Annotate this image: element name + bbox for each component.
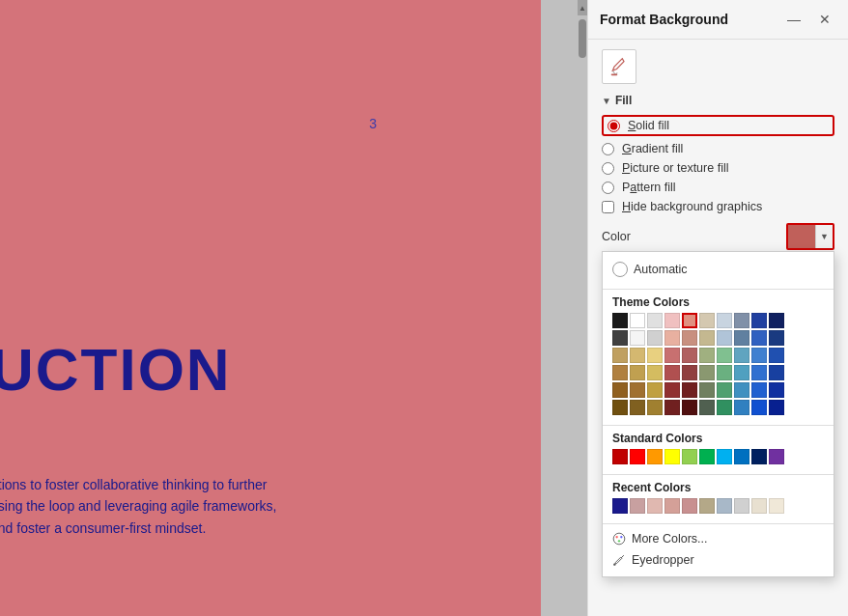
theme-color-cell[interactable] bbox=[630, 365, 645, 380]
standard-color-cell[interactable] bbox=[717, 449, 732, 464]
theme-color-cell[interactable] bbox=[751, 365, 767, 380]
theme-color-cell[interactable] bbox=[734, 365, 749, 380]
theme-color-cell[interactable] bbox=[699, 400, 715, 415]
standard-color-cell[interactable] bbox=[612, 449, 628, 464]
theme-color-cell[interactable] bbox=[717, 348, 732, 363]
theme-color-cell[interactable] bbox=[664, 365, 680, 380]
recent-color-cell[interactable] bbox=[751, 498, 767, 514]
theme-color-cell[interactable] bbox=[717, 400, 732, 415]
theme-color-cell[interactable] bbox=[647, 400, 663, 415]
color-dropdown-arrow-icon[interactable]: ▼ bbox=[815, 225, 833, 248]
theme-color-cell[interactable] bbox=[769, 330, 784, 346]
theme-color-cell[interactable] bbox=[769, 348, 784, 363]
theme-color-cell[interactable] bbox=[682, 382, 697, 398]
theme-color-cell[interactable] bbox=[612, 382, 628, 398]
theme-color-cell[interactable] bbox=[734, 382, 749, 398]
recent-color-cell[interactable] bbox=[734, 498, 749, 514]
recent-color-cell[interactable] bbox=[647, 498, 663, 514]
recent-color-cell[interactable] bbox=[769, 498, 784, 514]
solid-fill-option[interactable]: Solid fill bbox=[602, 115, 834, 136]
theme-color-cell[interactable] bbox=[630, 330, 645, 346]
theme-color-cell[interactable] bbox=[734, 330, 749, 346]
theme-color-cell[interactable] bbox=[682, 330, 697, 346]
theme-color-cell[interactable] bbox=[630, 348, 645, 363]
standard-color-cell[interactable] bbox=[751, 449, 767, 464]
theme-color-cell[interactable] bbox=[682, 365, 697, 380]
more-colors-row[interactable]: More Colors... bbox=[603, 528, 834, 549]
minimize-button[interactable]: — bbox=[782, 8, 806, 31]
standard-color-cell[interactable] bbox=[699, 449, 715, 464]
theme-color-cell[interactable] bbox=[647, 313, 663, 328]
theme-color-cell[interactable] bbox=[647, 330, 663, 346]
theme-color-cell[interactable] bbox=[717, 330, 732, 346]
recent-color-cell[interactable] bbox=[699, 498, 715, 514]
theme-color-cell[interactable] bbox=[734, 348, 749, 363]
scrollbar[interactable]: ▲ bbox=[578, 0, 587, 616]
theme-color-cell[interactable] bbox=[769, 313, 784, 328]
theme-color-cell[interactable] bbox=[699, 382, 715, 398]
theme-color-cell[interactable] bbox=[612, 365, 628, 380]
theme-color-cell[interactable] bbox=[647, 382, 663, 398]
theme-color-cell[interactable] bbox=[751, 330, 767, 346]
standard-color-cell[interactable] bbox=[682, 449, 697, 464]
theme-color-cell[interactable] bbox=[699, 365, 715, 380]
standard-color-cell[interactable] bbox=[769, 449, 784, 464]
theme-color-cell[interactable] bbox=[664, 400, 680, 415]
standard-color-cell[interactable] bbox=[647, 449, 663, 464]
theme-color-cell[interactable] bbox=[682, 313, 697, 328]
scroll-thumb[interactable] bbox=[579, 19, 586, 58]
theme-color-cell[interactable] bbox=[751, 348, 767, 363]
gradient-fill-option[interactable]: Gradient fill bbox=[602, 142, 834, 155]
theme-color-cell[interactable] bbox=[734, 400, 749, 415]
recent-color-cell[interactable] bbox=[682, 498, 697, 514]
recent-color-cell[interactable] bbox=[664, 498, 680, 514]
standard-color-cell[interactable] bbox=[630, 449, 645, 464]
theme-color-cell[interactable] bbox=[717, 313, 732, 328]
recent-color-cell[interactable] bbox=[630, 498, 645, 514]
theme-color-cell[interactable] bbox=[664, 313, 680, 328]
theme-color-cell[interactable] bbox=[664, 330, 680, 346]
theme-color-cell[interactable] bbox=[647, 365, 663, 380]
automatic-row[interactable]: Automatic bbox=[603, 258, 834, 285]
theme-color-cell[interactable] bbox=[630, 382, 645, 398]
theme-color-cell[interactable] bbox=[630, 400, 645, 415]
picture-fill-radio[interactable] bbox=[602, 162, 614, 175]
standard-color-cell[interactable] bbox=[734, 449, 749, 464]
theme-color-cell[interactable] bbox=[769, 400, 784, 415]
theme-color-cell[interactable] bbox=[717, 365, 732, 380]
theme-color-cell[interactable] bbox=[664, 382, 680, 398]
theme-color-cell[interactable] bbox=[699, 313, 715, 328]
pattern-fill-radio[interactable] bbox=[602, 182, 614, 194]
theme-color-cell[interactable] bbox=[664, 348, 680, 363]
theme-color-cell[interactable] bbox=[612, 330, 628, 346]
picture-fill-option[interactable]: Picture or texture fill bbox=[602, 161, 834, 175]
theme-color-cell[interactable] bbox=[751, 382, 767, 398]
fill-icon-button[interactable] bbox=[602, 49, 636, 84]
theme-color-cell[interactable] bbox=[734, 313, 749, 328]
theme-color-cell[interactable] bbox=[699, 330, 715, 346]
recent-color-cell[interactable] bbox=[612, 498, 628, 514]
eyedropper-row[interactable]: Eyedropper bbox=[603, 549, 834, 571]
recent-color-cell[interactable] bbox=[717, 498, 732, 514]
theme-color-cell[interactable] bbox=[751, 313, 767, 328]
theme-color-cell[interactable] bbox=[630, 313, 645, 328]
hide-bg-checkbox[interactable] bbox=[602, 201, 614, 213]
hide-bg-option[interactable]: Hide background graphics bbox=[602, 200, 834, 213]
theme-color-cell[interactable] bbox=[612, 400, 628, 415]
theme-color-cell[interactable] bbox=[751, 400, 767, 415]
theme-color-cell[interactable] bbox=[769, 365, 784, 380]
solid-fill-radio[interactable] bbox=[608, 120, 620, 132]
pattern-fill-option[interactable]: Pattern fill bbox=[602, 181, 834, 194]
theme-color-cell[interactable] bbox=[682, 400, 697, 415]
theme-color-cell[interactable] bbox=[647, 348, 663, 363]
theme-color-cell[interactable] bbox=[682, 348, 697, 363]
theme-color-cell[interactable] bbox=[612, 313, 628, 328]
theme-color-cell[interactable] bbox=[717, 382, 732, 398]
theme-color-cell[interactable] bbox=[612, 348, 628, 363]
scroll-up-arrow[interactable]: ▲ bbox=[578, 0, 587, 15]
gradient-fill-radio[interactable] bbox=[602, 143, 614, 155]
color-button[interactable]: ▼ bbox=[786, 223, 834, 250]
theme-color-cell[interactable] bbox=[769, 382, 784, 398]
theme-color-cell[interactable] bbox=[699, 348, 715, 363]
close-button[interactable]: ✕ bbox=[813, 8, 836, 31]
